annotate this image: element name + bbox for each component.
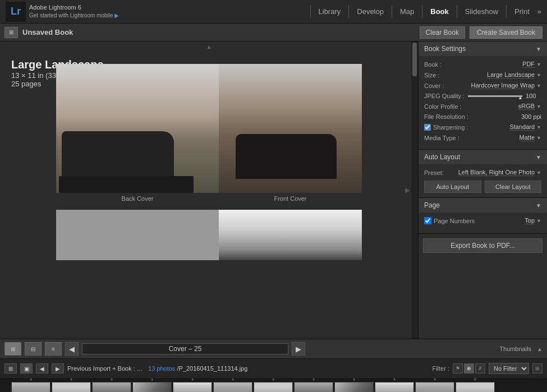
export-section: Export Book to PDF... — [419, 234, 547, 257]
prev-page-btn[interactable]: ◀ — [65, 342, 79, 356]
media-type-value[interactable]: Matte ▼ — [520, 134, 541, 141]
filmstrip-view-single[interactable]: ▣ — [20, 363, 33, 373]
thumb-item-9[interactable]: 1 ⊞ — [375, 378, 414, 392]
next-page-btn[interactable]: ▶ — [292, 342, 305, 356]
view-single-btn[interactable]: ⊞ — [4, 342, 21, 356]
clear-layout-button[interactable]: Clear Layout — [485, 181, 542, 193]
thumb-img-3[interactable] — [132, 382, 172, 393]
previous-import-label[interactable]: Previous Import — [67, 365, 111, 372]
flag-rejected[interactable]: ✗ — [475, 363, 485, 373]
no-filter-select[interactable]: No Filter — [489, 363, 529, 374]
front-cover-image[interactable] — [219, 64, 362, 193]
thumb-item-4[interactable]: 1 ⊞ — [173, 378, 212, 392]
thumb-item-7[interactable]: 1 ⊞ — [294, 378, 333, 392]
book-type-arrow: ▼ — [536, 62, 541, 67]
create-saved-book-button[interactable]: Create Saved Book — [470, 26, 543, 39]
preset-value[interactable]: Left Blank, Right One Photo ▼ — [458, 169, 541, 176]
book-type-row: Book : PDF ▼ — [424, 61, 541, 68]
thumb-img-1[interactable] — [52, 382, 91, 393]
page-numbers-row: Page Numbers Top ▼ — [424, 217, 541, 224]
thumbnails-expand-icon[interactable]: ▲ — [537, 346, 543, 352]
flag-picked[interactable]: ⚑ — [453, 363, 463, 373]
app-tagline[interactable]: Get started with Lightroom mobile ▶ — [29, 12, 119, 20]
app-info: Adobe Lightroom 6 Get started with Light… — [29, 3, 119, 20]
filmstrip-nav-prev[interactable]: ◀ — [36, 363, 48, 373]
book-type-value[interactable]: PDF ▼ — [522, 61, 541, 68]
tab-book[interactable]: Book — [422, 5, 457, 18]
thumb-img-5[interactable] — [213, 382, 252, 393]
thumb-img-6[interactable] — [254, 382, 293, 393]
filmstrip-grid-toggle[interactable]: ⊞ — [532, 363, 543, 373]
tab-map[interactable]: Map — [392, 5, 422, 18]
clear-book-button[interactable]: Clear Book — [420, 26, 465, 39]
thumb-img-0[interactable] — [11, 382, 50, 393]
view-double-btn[interactable]: ⊟ — [25, 342, 42, 356]
filmstrip-view-grid[interactable]: ⊞ — [4, 363, 17, 373]
thumb-img-7[interactable] — [294, 382, 333, 393]
interior-right-page[interactable] — [219, 210, 362, 260]
thumb-img-8[interactable] — [334, 382, 374, 393]
front-cover[interactable]: Front Cover — [219, 64, 362, 202]
tab-slideshow[interactable]: Slideshow — [457, 5, 507, 18]
filter-label: Filter : — [432, 365, 449, 372]
filmstrip-nav-next[interactable]: ▶ — [52, 363, 64, 373]
page-numbers-checkbox[interactable] — [424, 217, 431, 224]
view-multi-btn[interactable]: ≡ — [45, 342, 62, 356]
filmstrip-plus: + — [112, 365, 117, 372]
flag-neutral[interactable]: ⊕ — [464, 363, 474, 373]
jpeg-quality-row: JPEG Quality : ▲ 100 — [424, 93, 541, 99]
size-value[interactable]: Large Landscape ▼ — [487, 71, 541, 79]
front-cover-label: Front Cover — [274, 195, 306, 202]
sharpening-checkbox[interactable] — [424, 124, 431, 131]
thumb-img-2[interactable] — [92, 382, 131, 393]
thumb-item-6[interactable]: 1 ⊞ — [254, 378, 293, 392]
main-layout: ▲ Large Landscape 13 × 11 in (33 × 28 cm… — [0, 41, 547, 339]
auto-layout-header[interactable]: Auto Layout ▼ — [419, 150, 547, 164]
file-path: /P_20160415_111314.jpg — [177, 365, 247, 372]
interior-left-page[interactable] — [56, 210, 219, 260]
book-spread-cover: Back Cover Front Cover — [56, 64, 362, 202]
thumb-photo-1 — [52, 382, 90, 393]
back-cover-image[interactable] — [56, 64, 219, 193]
thumb-item-8[interactable]: 1 ⊞ — [334, 378, 374, 392]
scroll-thumb[interactable] — [412, 43, 417, 76]
preset-row: Preset: Left Blank, Right One Photo ▼ — [424, 169, 541, 176]
sharpening-value[interactable]: Standard ▼ — [509, 123, 541, 131]
mobile-link[interactable]: ▶ — [114, 12, 119, 19]
tab-print[interactable]: Print — [507, 5, 537, 18]
thumbnails-toggle[interactable]: Thumbnails — [499, 345, 531, 352]
thumb-item-10[interactable]: 1 ⊞ — [415, 378, 454, 392]
thumb-item-2[interactable]: 1 ⊞ — [92, 378, 131, 392]
thumb-item-11[interactable]: 2 ⊞ — [456, 378, 495, 392]
thumb-img-4[interactable] — [173, 382, 212, 393]
interior-spread — [56, 210, 362, 260]
book-settings-arrow: ▼ — [536, 46, 541, 52]
thumb-img-9[interactable] — [375, 382, 414, 393]
auto-layout-buttons: Auto Layout Clear Layout — [424, 181, 541, 193]
grid-view-icon[interactable]: ⊞ — [4, 27, 18, 38]
tab-library[interactable]: Library — [310, 5, 350, 18]
thumb-item-5[interactable]: 1 ⊞ — [213, 378, 252, 392]
page-numbers-value[interactable]: Top ▼ — [525, 217, 541, 224]
cover-arrow: ▼ — [536, 83, 541, 89]
jpeg-quality-slider[interactable]: ▲ — [468, 95, 522, 97]
thumb-img-10[interactable] — [415, 382, 454, 393]
slider-triangle-icon: ▲ — [518, 95, 523, 100]
canvas-scrollbar[interactable] — [411, 41, 418, 339]
thumb-item-3[interactable]: 1 ⊞ — [132, 378, 172, 392]
color-profile-value[interactable]: sRGB ▼ — [518, 103, 541, 110]
thumb-item-0[interactable]: 1 ⊞ — [11, 378, 50, 392]
back-cover[interactable]: Back Cover — [56, 64, 219, 202]
auto-layout-section: Auto Layout ▼ Preset: Left Blank, Right … — [419, 150, 547, 198]
thumb-photo-4 — [173, 382, 212, 393]
book-settings-header[interactable]: Book Settings ▼ — [419, 41, 547, 56]
thumb-item-1[interactable]: 1 ⊞ — [52, 378, 91, 392]
export-book-button[interactable]: Export Book to PDF... — [423, 238, 543, 253]
collapse-right-arrow[interactable]: ▶ — [405, 186, 410, 194]
page-header[interactable]: Page ▼ — [419, 198, 547, 213]
auto-layout-button[interactable]: Auto Layout — [424, 181, 481, 193]
thumb-img-11[interactable] — [456, 382, 495, 393]
collapse-top-arrow[interactable]: ▲ — [206, 44, 212, 50]
tab-develop[interactable]: Develop — [349, 5, 392, 18]
cover-value[interactable]: Hardcover Image Wrap ▼ — [471, 82, 541, 89]
